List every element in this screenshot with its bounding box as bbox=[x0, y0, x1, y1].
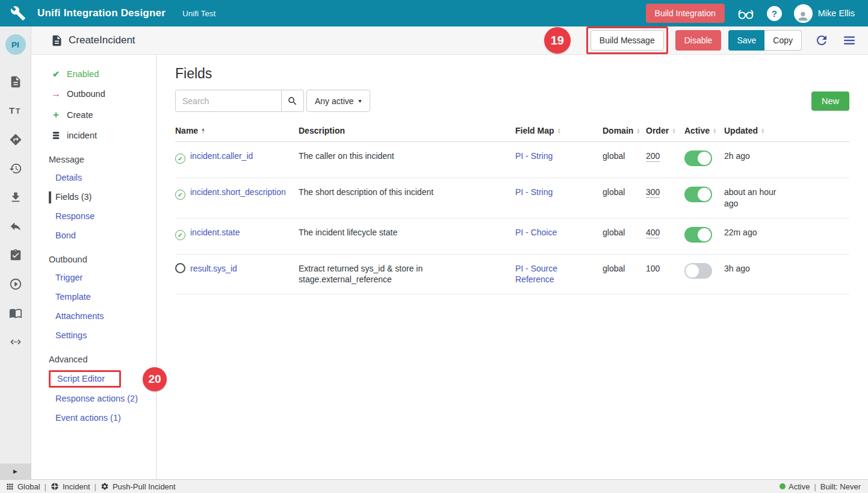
field-name-link[interactable]: incident.caller_id bbox=[190, 151, 253, 161]
sidebar-item-template[interactable]: Template bbox=[31, 287, 156, 306]
active-filter-dropdown[interactable]: Any active ▾ bbox=[306, 90, 370, 112]
sidebar-item-enabled[interactable]: ✔ Enabled bbox=[31, 64, 156, 84]
field-name-link[interactable]: incident.state bbox=[190, 228, 240, 237]
sidebar-item-trigger[interactable]: Trigger bbox=[31, 268, 156, 287]
check-icon: ✔ bbox=[51, 69, 61, 79]
document-icon[interactable] bbox=[8, 75, 23, 89]
user-avatar-icon bbox=[794, 4, 813, 23]
sidebar-item-label: Enabled bbox=[67, 69, 99, 79]
field-map-link[interactable]: PI - Source Reference bbox=[515, 264, 557, 285]
process-indicator[interactable]: Push-Pull Incident bbox=[101, 482, 176, 491]
history-icon[interactable] bbox=[8, 161, 23, 176]
table-indicator[interactable]: Incident bbox=[51, 482, 90, 491]
disable-button[interactable]: Disable bbox=[675, 30, 722, 51]
refresh-icon[interactable] bbox=[814, 33, 829, 48]
field-order[interactable]: 300 bbox=[646, 187, 660, 198]
column-header-domain[interactable]: Domain▲▼ bbox=[603, 126, 646, 135]
column-header-active[interactable]: Active▲▼ bbox=[684, 126, 724, 135]
toggle-knob bbox=[698, 228, 711, 241]
integration-badge[interactable]: PI bbox=[5, 34, 26, 55]
new-button[interactable]: New bbox=[811, 91, 849, 111]
help-icon[interactable]: ? bbox=[767, 6, 782, 21]
code-icon[interactable] bbox=[8, 335, 23, 349]
sidebar-item-script-editor[interactable]: Script Editor bbox=[57, 374, 105, 383]
sidebar-item-outbound[interactable]: → Outbound bbox=[31, 84, 156, 104]
column-header-description[interactable]: Description▲▼ bbox=[299, 126, 515, 135]
column-header-order[interactable]: Order▲▼ bbox=[646, 126, 684, 135]
reply-icon[interactable] bbox=[8, 219, 23, 234]
sort-icon: ▲▼ bbox=[672, 128, 675, 134]
sidebar-item-incident[interactable]: incident bbox=[31, 126, 156, 145]
directions-icon[interactable] bbox=[8, 132, 23, 147]
sidebar-item-fields[interactable]: Fields (3) bbox=[31, 187, 156, 206]
field-name-link[interactable]: result.sys_id bbox=[190, 264, 237, 273]
book-icon[interactable] bbox=[8, 306, 23, 320]
page-title: CreateIncident bbox=[69, 34, 135, 46]
workspace-name[interactable]: Unifi Test bbox=[182, 9, 215, 18]
table-row: incident.state The incident lifecycle st… bbox=[175, 219, 849, 255]
sidebar-item-bond[interactable]: Bond bbox=[31, 226, 156, 245]
active-toggle[interactable] bbox=[684, 150, 712, 166]
user-menu[interactable]: Mike Ellis bbox=[794, 4, 855, 23]
field-status-icon bbox=[175, 263, 185, 273]
right-column: CreateIncident 19 Build Message Disable … bbox=[31, 26, 868, 479]
process-label: Push-Pull Incident bbox=[113, 482, 176, 491]
text-format-icon[interactable]: TT bbox=[8, 104, 23, 118]
status-dot-icon bbox=[780, 483, 786, 489]
column-header-updated[interactable]: Updated▲▼ bbox=[724, 126, 849, 135]
sidebar-item-create[interactable]: + Create bbox=[31, 104, 156, 126]
field-order[interactable]: 100 bbox=[646, 264, 660, 273]
search-input[interactable] bbox=[175, 90, 282, 112]
sidebar-item-response-actions[interactable]: Response actions (2) bbox=[31, 389, 156, 408]
active-toggle[interactable] bbox=[684, 227, 712, 243]
sidebar-item-details[interactable]: Details bbox=[31, 168, 156, 187]
sidebar-item-attachments[interactable]: Attachments bbox=[31, 306, 156, 326]
app-title: Unifi Integration Designer bbox=[37, 7, 166, 19]
download-icon[interactable] bbox=[8, 190, 23, 205]
scope-indicator[interactable]: Global bbox=[6, 482, 40, 491]
grid-icon bbox=[6, 483, 14, 491]
build-message-button[interactable]: Build Message bbox=[591, 30, 664, 51]
plus-icon: + bbox=[51, 109, 61, 121]
sidebar-section-message: Message bbox=[31, 145, 156, 168]
field-map-link[interactable]: PI - String bbox=[515, 187, 553, 197]
separator: | bbox=[45, 482, 46, 491]
sidebar-item-label: Fields (3) bbox=[55, 192, 91, 202]
expand-sidebar-button[interactable]: ▶ bbox=[0, 464, 31, 479]
field-map-link[interactable]: PI - String bbox=[515, 151, 553, 161]
built-label: Built: Never bbox=[820, 482, 861, 491]
field-order[interactable]: 200 bbox=[646, 151, 660, 162]
save-button[interactable]: Save bbox=[728, 30, 764, 51]
caret-down-icon: ▾ bbox=[359, 98, 362, 104]
content-row: ✔ Enabled → Outbound + Create bbox=[31, 55, 868, 479]
icon-rail: PI TT ▶ bbox=[0, 26, 31, 479]
active-toggle[interactable] bbox=[684, 263, 712, 279]
sidebar-section-advanced: Advanced bbox=[31, 345, 156, 368]
field-map-link[interactable]: PI - Choice bbox=[515, 228, 557, 237]
column-header-field-map[interactable]: Field Map▲▼ bbox=[515, 126, 603, 135]
scope-label: Global bbox=[17, 482, 40, 491]
field-domain: global bbox=[603, 142, 646, 178]
sidebar-item-response[interactable]: Response bbox=[31, 206, 156, 226]
script-editor-row: Script Editor 20 bbox=[49, 370, 156, 388]
search-button[interactable] bbox=[282, 90, 304, 112]
table-row: incident.caller_id The caller on this in… bbox=[175, 142, 849, 178]
sidebar-item-settings[interactable]: Settings bbox=[31, 326, 156, 345]
sidebar-item-event-actions[interactable]: Event actions (1) bbox=[31, 408, 156, 427]
field-order[interactable]: 400 bbox=[646, 228, 660, 238]
table-row: incident.short_description The short des… bbox=[175, 178, 849, 219]
play-circle-icon[interactable] bbox=[8, 277, 23, 291]
tasks-icon[interactable] bbox=[8, 248, 23, 262]
record-document-icon bbox=[51, 34, 64, 47]
copy-button[interactable]: Copy bbox=[764, 30, 802, 51]
sort-icon: ▲▼ bbox=[713, 128, 716, 134]
table-label: Incident bbox=[63, 482, 90, 491]
sort-icon: ▲▼ bbox=[636, 128, 640, 134]
build-integration-button[interactable]: Build Integration bbox=[646, 4, 725, 23]
menu-icon[interactable] bbox=[842, 33, 857, 48]
question-mark-icon: ? bbox=[767, 6, 782, 21]
active-toggle[interactable] bbox=[684, 187, 712, 202]
column-header-name[interactable]: Name▲▼ bbox=[175, 126, 299, 135]
field-name-link[interactable]: incident.short_description bbox=[190, 187, 286, 197]
glasses-icon[interactable] bbox=[737, 7, 755, 20]
